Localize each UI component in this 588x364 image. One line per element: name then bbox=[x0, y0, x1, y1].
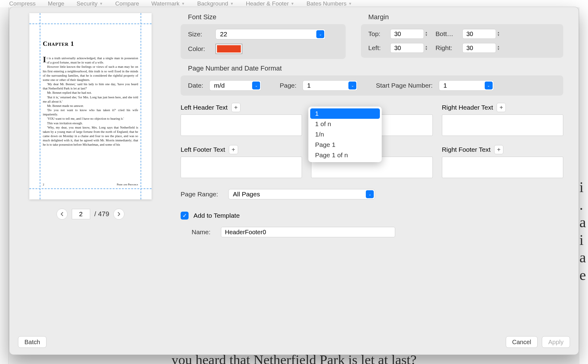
chevron-down-icon: ⌄ bbox=[348, 82, 356, 89]
page-preview: Chapter 1 It is a truth universally ackn… bbox=[29, 13, 152, 199]
tool-compress: Compress bbox=[9, 0, 36, 7]
font-color-swatch[interactable] bbox=[215, 44, 242, 54]
form-column: Font Size Size: 22 ⌄ Color: bbox=[181, 13, 569, 329]
right-header-label: Right Header Text bbox=[442, 104, 493, 111]
margin-left-label: Left: bbox=[368, 44, 387, 52]
margin-top-label: Top: bbox=[368, 30, 387, 38]
tool-bates: Bates Numbers ▼ bbox=[307, 0, 352, 7]
add-to-template-checkbox[interactable]: ✓ bbox=[181, 212, 189, 220]
chevron-right-icon bbox=[117, 212, 120, 216]
page-format-option[interactable]: 1/n bbox=[310, 129, 380, 140]
stepper-icon[interactable]: ▲▼ bbox=[424, 45, 429, 51]
chevron-down-icon: ⌄ bbox=[485, 82, 493, 89]
font-size-select[interactable]: 22 ⌄ bbox=[215, 29, 325, 39]
margin-title: Margin bbox=[361, 13, 563, 21]
right-footer-textarea[interactable] bbox=[442, 157, 563, 178]
tool-header-footer: Header & Footer ▼ bbox=[246, 0, 294, 7]
background-sidebar bbox=[0, 7, 9, 364]
right-header-add-button[interactable]: + bbox=[497, 103, 506, 112]
header-footer-dialog: Chapter 1 It is a truth universally ackn… bbox=[9, 7, 579, 355]
dialog-footer: Batch Cancel Apply bbox=[9, 332, 579, 355]
left-header-textarea[interactable] bbox=[181, 115, 302, 136]
preview-column: Chapter 1 It is a truth universally ackn… bbox=[19, 13, 162, 329]
check-icon: ✓ bbox=[182, 212, 187, 219]
tool-compare: Compare bbox=[115, 0, 139, 7]
page-format-select[interactable]: 1 ⌄ bbox=[303, 80, 358, 91]
page-range-label: Page Range: bbox=[181, 191, 223, 198]
preview-book-title: Pride and Prejudice bbox=[117, 183, 138, 186]
template-name-label: Name: bbox=[192, 228, 216, 236]
start-page-label: Start Page Number: bbox=[376, 82, 433, 89]
margin-right-label: Right: bbox=[435, 44, 459, 52]
chevron-left-icon bbox=[61, 212, 64, 216]
margin-right-input[interactable]: 30▲▼ bbox=[462, 43, 496, 53]
add-to-template-label: Add to Template bbox=[193, 212, 240, 219]
page-total-label: / 479 bbox=[94, 210, 109, 218]
color-preview bbox=[217, 45, 241, 53]
right-footer-add-button[interactable]: + bbox=[494, 145, 503, 154]
font-size-panel: Size: 22 ⌄ Color: bbox=[181, 24, 346, 59]
batch-button[interactable]: Batch bbox=[18, 336, 46, 348]
page-number-panel: Date: m/d ⌄ Page: 1 ⌄ Start Page Number: bbox=[181, 75, 563, 96]
right-footer-label: Right Footer Text bbox=[442, 146, 491, 153]
margin-bottom-label: Bott… bbox=[435, 30, 459, 38]
preview-chapter-title: Chapter 1 bbox=[43, 40, 141, 48]
font-size-title: Font Size bbox=[181, 13, 346, 21]
apply-button[interactable]: Apply bbox=[542, 336, 570, 348]
background-doc-right: i.aiae bbox=[579, 7, 588, 364]
stepper-icon[interactable]: ▲▼ bbox=[496, 31, 501, 37]
page-number-title: Page Number and Date Format bbox=[181, 64, 563, 72]
page-format-option[interactable]: Page 1 of n bbox=[310, 150, 380, 160]
left-footer-label: Left Footer Text bbox=[181, 146, 225, 153]
page-format-option[interactable]: Page 1 bbox=[310, 140, 380, 150]
margin-panel: Top: 30▲▼ Bott… 30▲▼ Left: 30▲▼ Right: 3… bbox=[361, 24, 563, 58]
preview-body-text: It is a truth universally acknowledged, … bbox=[40, 56, 141, 147]
margin-guide-left bbox=[40, 13, 40, 199]
date-label: Date: bbox=[188, 82, 203, 89]
preview-page-number: 2 bbox=[43, 183, 44, 186]
left-header-add-button[interactable]: + bbox=[231, 103, 241, 112]
margin-top-input[interactable]: 30▲▼ bbox=[390, 29, 424, 39]
chevron-down-icon: ⌄ bbox=[252, 82, 260, 89]
left-header-label: Left Header Text bbox=[181, 104, 228, 111]
page-range-select[interactable]: All Pages ⌄ bbox=[228, 189, 375, 199]
page-format-label: Page: bbox=[280, 82, 296, 89]
tool-security: Security ▼ bbox=[76, 0, 103, 7]
plus-icon: + bbox=[497, 146, 501, 153]
plus-icon: + bbox=[232, 146, 235, 153]
prev-page-button[interactable] bbox=[57, 209, 68, 220]
margin-guide-right bbox=[141, 13, 141, 199]
stepper-icon[interactable]: ▲▼ bbox=[424, 31, 429, 37]
tool-background: Background ▼ bbox=[197, 0, 233, 7]
page-format-dropdown[interactable]: 1 1 of n 1/n Page 1 Page 1 of n bbox=[308, 107, 382, 162]
left-footer-textarea[interactable] bbox=[181, 157, 302, 178]
plus-icon: + bbox=[500, 104, 503, 111]
page-number-input[interactable] bbox=[72, 209, 90, 219]
color-label: Color: bbox=[188, 45, 210, 53]
background-toolbar: Compress Merge Security ▼ Compare Waterm… bbox=[0, 0, 588, 7]
start-page-select[interactable]: 1 ⌄ bbox=[439, 80, 494, 91]
tool-watermark: Watermark ▼ bbox=[151, 0, 185, 7]
tool-merge: Merge bbox=[48, 0, 64, 7]
margin-left-input[interactable]: 30▲▼ bbox=[390, 43, 424, 53]
margin-bottom-input[interactable]: 30▲▼ bbox=[462, 29, 496, 39]
chevron-down-icon: ⌄ bbox=[366, 190, 374, 198]
margin-guide-top bbox=[29, 24, 152, 24]
preview-nav: / 479 bbox=[57, 209, 125, 220]
left-footer-add-button[interactable]: + bbox=[229, 145, 238, 154]
next-page-button[interactable] bbox=[113, 209, 124, 220]
page-format-option[interactable]: 1 of n bbox=[310, 119, 380, 129]
size-label: Size: bbox=[188, 31, 210, 38]
date-format-select[interactable]: m/d ⌄ bbox=[209, 80, 261, 91]
cancel-button[interactable]: Cancel bbox=[506, 336, 538, 348]
page-format-option[interactable]: 1 bbox=[310, 108, 380, 119]
chevron-down-icon: ⌄ bbox=[316, 30, 324, 38]
right-header-textarea[interactable] bbox=[442, 115, 563, 136]
stepper-icon[interactable]: ▲▼ bbox=[496, 45, 501, 51]
margin-guide-bottom bbox=[29, 188, 152, 189]
plus-icon: + bbox=[234, 104, 238, 111]
template-name-input[interactable] bbox=[221, 227, 395, 237]
